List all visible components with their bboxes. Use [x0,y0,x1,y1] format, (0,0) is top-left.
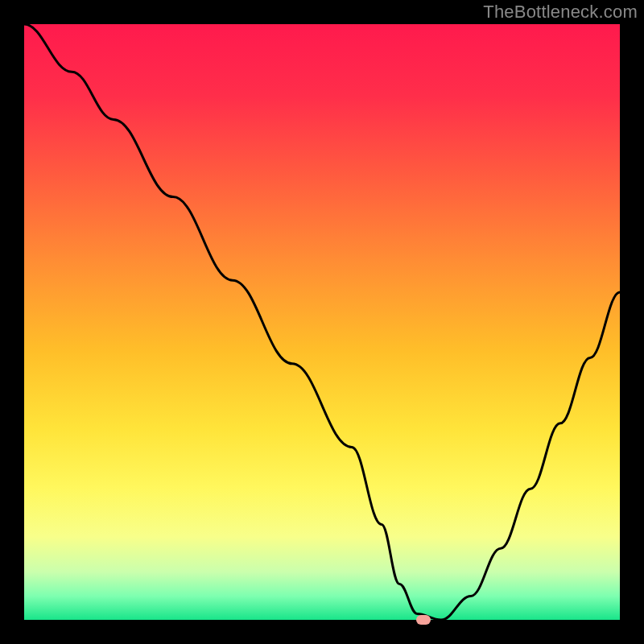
plot-area [24,24,620,620]
watermark-label: TheBottleneck.com [483,2,638,23]
gradient-background [24,24,620,620]
optimal-point-marker [416,615,431,625]
plot-svg [24,24,620,620]
chart-frame: TheBottleneck.com [0,0,644,644]
